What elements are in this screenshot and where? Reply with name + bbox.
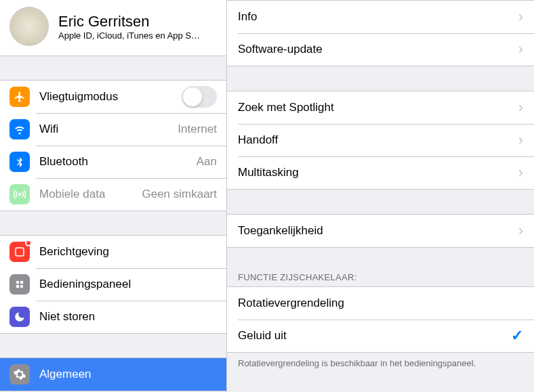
airplane-icon bbox=[9, 87, 30, 107]
chevron-right-icon: › bbox=[518, 164, 523, 181]
detail-item-label: Software-update bbox=[238, 43, 513, 56]
detail-group-features: Zoek met Spotlight › Handoff › Multitask… bbox=[227, 91, 534, 190]
detail-group-about: Info › Software-update › bbox=[227, 0, 534, 66]
detail-item-multitasking[interactable]: Multitasking › bbox=[227, 156, 534, 189]
sidebar-item-notifications[interactable]: Berichtgeving bbox=[0, 236, 226, 268]
cellular-icon bbox=[9, 184, 30, 204]
sidebar-item-general[interactable]: Algemeen bbox=[0, 358, 226, 391]
profile-row[interactable]: Eric Gerritsen Apple ID, iCloud, iTunes … bbox=[0, 0, 226, 56]
chevron-right-icon: › bbox=[518, 99, 523, 116]
sidebar-item-airplane[interactable]: Vliegtuigmodus bbox=[0, 81, 226, 113]
detail-item-handoff[interactable]: Handoff › bbox=[227, 124, 534, 156]
chevron-right-icon: › bbox=[518, 8, 523, 26]
detail-item-label: Multitasking bbox=[238, 166, 513, 179]
notifications-icon bbox=[9, 242, 30, 262]
settings-sidebar: Eric Gerritsen Apple ID, iCloud, iTunes … bbox=[0, 0, 227, 392]
option-label: Geluid uit bbox=[238, 329, 511, 343]
sidebar-item-label: Bluetooth bbox=[39, 155, 191, 169]
chevron-right-icon: › bbox=[518, 222, 523, 240]
sidebar-item-label: Mobiele data bbox=[39, 188, 136, 201]
detail-item-spotlight[interactable]: Zoek met Spotlight › bbox=[227, 91, 534, 124]
svg-point-2 bbox=[16, 281, 20, 284]
detail-item-accessibility[interactable]: Toegankelijkheid › bbox=[227, 215, 534, 247]
bluetooth-icon bbox=[9, 152, 30, 172]
sidebar-item-value: Geen simkaart bbox=[142, 188, 217, 201]
control-center-icon bbox=[9, 274, 30, 295]
svg-rect-3 bbox=[20, 281, 24, 284]
detail-group-sideswitch: Rotatievergrendeling Geluid uit ✓ bbox=[227, 286, 534, 353]
detail-item-label: Toegankelijkheid bbox=[238, 224, 513, 238]
sidebar-item-value: Internet bbox=[178, 123, 217, 136]
moon-icon bbox=[9, 307, 30, 327]
airplane-toggle[interactable] bbox=[182, 86, 217, 108]
detail-item-software-update[interactable]: Software-update › bbox=[227, 33, 534, 66]
gear-icon bbox=[9, 364, 30, 385]
sideswitch-rotation-lock[interactable]: Rotatievergrendeling bbox=[227, 287, 534, 320]
sidebar-item-cellular[interactable]: Mobiele data Geen simkaart bbox=[0, 178, 226, 211]
option-label: Rotatievergrendeling bbox=[238, 297, 523, 310]
sidebar-item-label: Algemeen bbox=[39, 368, 217, 381]
check-icon: ✓ bbox=[511, 327, 523, 345]
sidebar-item-value: Aan bbox=[197, 155, 217, 169]
svg-rect-1 bbox=[16, 248, 24, 256]
profile-text: Eric Gerritsen Apple ID, iCloud, iTunes … bbox=[58, 13, 200, 41]
detail-item-label: Handoff bbox=[238, 133, 513, 147]
detail-group-accessibility: Toegankelijkheid › bbox=[227, 214, 534, 248]
section-header: FUNCTIE ZIJSCHAKELAAR: bbox=[227, 268, 534, 286]
section-footer: Rotatievergrendeling is beschikbaar in h… bbox=[227, 353, 534, 374]
detail-item-label: Zoek met Spotlight bbox=[238, 101, 513, 114]
sidebar-item-dnd[interactable]: Niet storen bbox=[0, 301, 226, 333]
wifi-icon bbox=[9, 119, 30, 139]
sidebar-item-controlcenter[interactable]: Bedieningspaneel bbox=[0, 268, 226, 301]
detail-pane: Info › Software-update › Zoek met Spotli… bbox=[227, 0, 534, 392]
sidebar-group-notifications: Berichtgeving Bedieningspaneel Niet stor… bbox=[0, 235, 226, 334]
chevron-right-icon: › bbox=[518, 131, 523, 149]
sideswitch-mute[interactable]: Geluid uit ✓ bbox=[227, 320, 534, 352]
sidebar-item-label: Berichtgeving bbox=[39, 245, 217, 259]
sidebar-group-connectivity: Vliegtuigmodus Wifi Internet Bluetooth A… bbox=[0, 80, 226, 211]
sidebar-item-label: Wifi bbox=[39, 123, 172, 136]
sidebar-item-label: Niet storen bbox=[39, 310, 217, 324]
svg-point-0 bbox=[18, 193, 22, 196]
svg-point-5 bbox=[20, 285, 24, 288]
sidebar-item-label: Bedieningspaneel bbox=[39, 278, 217, 291]
sidebar-item-bluetooth[interactable]: Bluetooth Aan bbox=[0, 146, 226, 178]
profile-name: Eric Gerritsen bbox=[58, 13, 200, 30]
profile-subtitle: Apple ID, iCloud, iTunes en App S… bbox=[58, 30, 200, 41]
avatar bbox=[9, 7, 49, 46]
chevron-right-icon: › bbox=[518, 41, 523, 58]
detail-item-label: Info bbox=[238, 10, 513, 24]
sidebar-group-general: Algemeen bbox=[0, 357, 226, 391]
detail-item-info[interactable]: Info › bbox=[227, 1, 534, 33]
sidebar-item-label: Vliegtuigmodus bbox=[39, 90, 182, 104]
svg-rect-4 bbox=[16, 285, 20, 288]
sidebar-item-wifi[interactable]: Wifi Internet bbox=[0, 113, 226, 146]
